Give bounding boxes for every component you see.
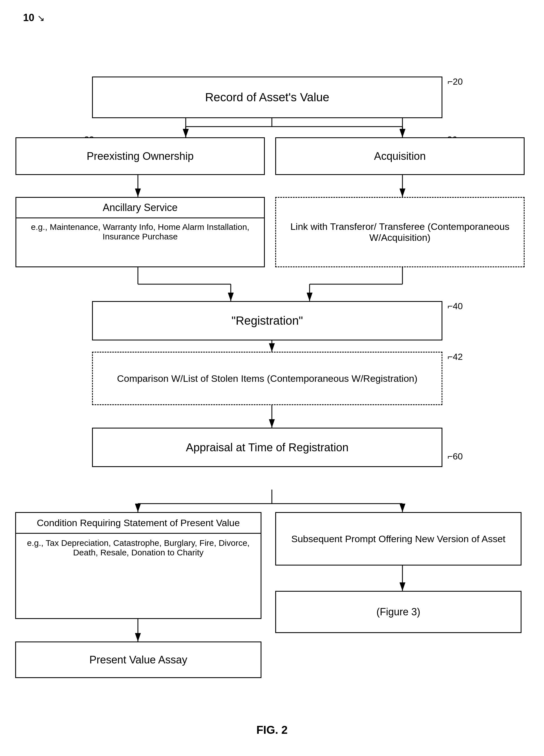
present-value-box: Present Value Assay xyxy=(15,641,261,678)
diagram-container: 10 ↘ xyxy=(0,0,544,756)
appraisal-box: Appraisal at Time of Registration xyxy=(92,428,442,467)
comparison-box: Comparison W/List of Stolen Items (Conte… xyxy=(92,352,442,405)
subsequent-prompt-box: Subsequent Prompt Offering New Version o… xyxy=(275,512,521,566)
link-transferor-box: Link with Transferor/ Transferee (Contem… xyxy=(275,197,525,267)
ref-20: ⌐20 xyxy=(447,77,463,87)
acquisition-box: Acquisition xyxy=(275,137,525,175)
figure3-box: (Figure 3) xyxy=(275,591,521,633)
registration-box: "Registration" xyxy=(92,301,442,340)
ref-40: ⌐40 xyxy=(447,301,463,311)
ancillary-service-box: Ancillary Service e.g., Maintenance, War… xyxy=(15,197,265,267)
condition-box: Condition Requiring Statement of Present… xyxy=(15,512,261,619)
fig-caption: FIG. 2 xyxy=(256,724,288,736)
ref-60: ⌐60 xyxy=(447,451,463,462)
preexisting-ownership-box: Preexisting Ownership xyxy=(15,137,265,175)
ref-42: ⌐42 xyxy=(447,352,463,362)
record-of-asset-box: Record of Asset's Value xyxy=(92,77,442,118)
figure-number: 10 xyxy=(23,12,34,23)
figure-arrow: ↘ xyxy=(37,13,45,23)
figure-number-label: 10 ↘ xyxy=(23,12,45,24)
